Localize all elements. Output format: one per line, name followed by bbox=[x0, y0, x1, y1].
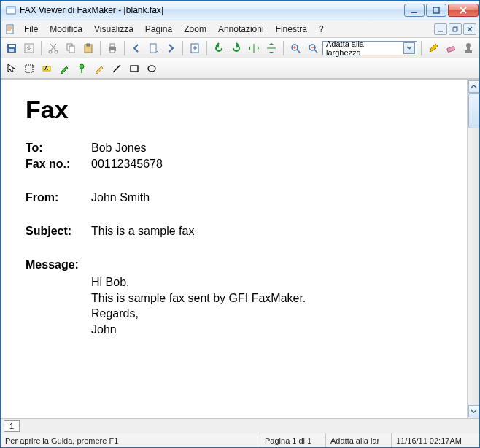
row-from: From: John Smith bbox=[26, 191, 460, 204]
menu-edit[interactable]: Modifica bbox=[44, 22, 88, 36]
scroll-up-button[interactable] bbox=[468, 80, 479, 93]
close-button[interactable] bbox=[448, 4, 479, 17]
next-page-button[interactable] bbox=[163, 40, 179, 56]
svg-rect-30 bbox=[43, 66, 50, 71]
pen-tool-button[interactable] bbox=[425, 40, 441, 56]
menu-file[interactable]: File bbox=[18, 22, 44, 36]
value-from: John Smith bbox=[91, 191, 150, 204]
row-message-label: Message: bbox=[26, 258, 460, 271]
status-page: Pagina 1 di 1 bbox=[260, 433, 326, 447]
pointer-tool-button[interactable] bbox=[4, 61, 20, 77]
svg-text:A: A bbox=[44, 66, 48, 71]
svg-rect-6 bbox=[454, 27, 457, 31]
line-tool-button[interactable] bbox=[109, 61, 125, 77]
rotate-left-button[interactable] bbox=[211, 40, 227, 56]
prev-page-button[interactable] bbox=[128, 40, 144, 56]
zoom-out-button[interactable] bbox=[305, 40, 321, 56]
window-title: FAX Viewer di FaxMaker - [blank.fax] bbox=[20, 5, 403, 15]
document-icon bbox=[4, 23, 17, 36]
label-from: From: bbox=[26, 191, 91, 204]
separator bbox=[182, 41, 183, 55]
page-canvas[interactable]: Fax To: Bob Jones Fax no.: 00112345678 F… bbox=[1, 80, 467, 418]
svg-rect-9 bbox=[9, 45, 15, 47]
fax-heading: Fax bbox=[26, 96, 460, 124]
zoom-in-button[interactable] bbox=[287, 40, 303, 56]
paste-button[interactable] bbox=[80, 40, 96, 56]
message-body: Hi Bob, This is sample fax sent by GFI F… bbox=[91, 274, 460, 337]
value-subject: This is a sample fax bbox=[91, 225, 194, 238]
svg-rect-11 bbox=[25, 44, 34, 53]
menu-view[interactable]: Visualizza bbox=[88, 22, 139, 36]
cut-button[interactable] bbox=[45, 40, 61, 56]
fax-page: Fax To: Bob Jones Fax no.: 00112345678 F… bbox=[1, 80, 467, 418]
mdi-restore-button[interactable] bbox=[449, 23, 462, 35]
vertical-scrollbar[interactable] bbox=[467, 80, 479, 418]
rect-tool-button[interactable] bbox=[126, 61, 142, 77]
message-line: Regards, bbox=[91, 306, 460, 322]
label-faxno: Fax no.: bbox=[26, 158, 91, 171]
menu-help[interactable]: ? bbox=[313, 22, 330, 36]
row-faxno: Fax no.: 00112345678 bbox=[26, 158, 460, 171]
mdi-controls bbox=[434, 23, 476, 35]
label-subject: Subject: bbox=[26, 225, 91, 238]
save-button[interactable] bbox=[4, 40, 20, 56]
svg-point-24 bbox=[309, 45, 315, 50]
highlight-tool-button[interactable]: A bbox=[39, 61, 55, 77]
svg-rect-0 bbox=[7, 7, 15, 14]
svg-rect-19 bbox=[110, 44, 115, 47]
status-zoom: Adatta alla lar bbox=[326, 433, 392, 447]
app-window: FAX Viewer di FaxMaker - [blank.fax] Fil… bbox=[0, 0, 480, 448]
eraser-tool-button[interactable] bbox=[443, 40, 459, 56]
menu-zoom[interactable]: Zoom bbox=[178, 22, 212, 36]
menu-page[interactable]: Pagina bbox=[139, 22, 178, 36]
minimize-button[interactable] bbox=[404, 4, 425, 17]
pin-tool-button[interactable] bbox=[74, 61, 90, 77]
page-tab-1[interactable]: 1 bbox=[4, 420, 20, 432]
svg-rect-2 bbox=[411, 12, 417, 13]
copy-button[interactable] bbox=[63, 40, 79, 56]
maximize-button[interactable] bbox=[426, 4, 446, 17]
stamp-tool-button[interactable] bbox=[460, 40, 476, 56]
export-button[interactable] bbox=[21, 40, 37, 56]
document-area: Fax To: Bob Jones Fax no.: 00112345678 F… bbox=[1, 79, 479, 418]
menu-window[interactable]: Finestra bbox=[270, 22, 313, 36]
svg-rect-8 bbox=[7, 44, 16, 53]
message-line: Hi Bob, bbox=[91, 274, 460, 290]
svg-rect-20 bbox=[110, 50, 115, 53]
scroll-down-button[interactable] bbox=[468, 405, 479, 417]
zoom-combo[interactable]: Adatta alla larghezza bbox=[322, 41, 417, 55]
zoom-combo-value: Adatta alla larghezza bbox=[326, 39, 400, 57]
goto-page-button[interactable] bbox=[146, 40, 162, 56]
freehand-tool-button[interactable] bbox=[91, 61, 107, 77]
menu-annotations[interactable]: Annotazioni bbox=[212, 22, 270, 36]
svg-rect-22 bbox=[191, 44, 198, 53]
ellipse-tool-button[interactable] bbox=[144, 61, 160, 77]
flip-vertical-button[interactable] bbox=[263, 40, 279, 56]
status-help-text: Per aprire la Guida, premere F1 bbox=[1, 433, 260, 447]
mdi-minimize-button[interactable] bbox=[434, 23, 447, 35]
svg-point-28 bbox=[466, 43, 471, 47]
row-to: To: Bob Jones bbox=[26, 142, 460, 155]
marker-tool-button[interactable] bbox=[56, 61, 72, 77]
svg-rect-4 bbox=[7, 25, 13, 34]
scroll-thumb[interactable] bbox=[468, 93, 479, 128]
fit-page-button[interactable] bbox=[187, 40, 203, 56]
annotation-toolbar: A bbox=[1, 58, 479, 79]
rotate-right-button[interactable] bbox=[228, 40, 244, 56]
scroll-track[interactable] bbox=[468, 93, 479, 404]
svg-rect-21 bbox=[150, 44, 156, 53]
separator bbox=[100, 41, 101, 55]
svg-rect-10 bbox=[9, 49, 14, 52]
svg-point-23 bbox=[292, 45, 298, 50]
status-bar: Per aprire la Guida, premere F1 Pagina 1… bbox=[1, 433, 479, 447]
chevron-down-icon bbox=[403, 42, 415, 54]
value-faxno: 00112345678 bbox=[91, 158, 163, 171]
print-button[interactable] bbox=[104, 40, 120, 56]
flip-horizontal-button[interactable] bbox=[246, 40, 262, 56]
separator bbox=[421, 41, 422, 55]
select-tool-button[interactable] bbox=[21, 61, 37, 77]
separator bbox=[283, 41, 284, 55]
title-bar: FAX Viewer di FaxMaker - [blank.fax] bbox=[1, 1, 479, 20]
svg-point-12 bbox=[49, 50, 52, 53]
mdi-close-button[interactable] bbox=[463, 23, 476, 35]
